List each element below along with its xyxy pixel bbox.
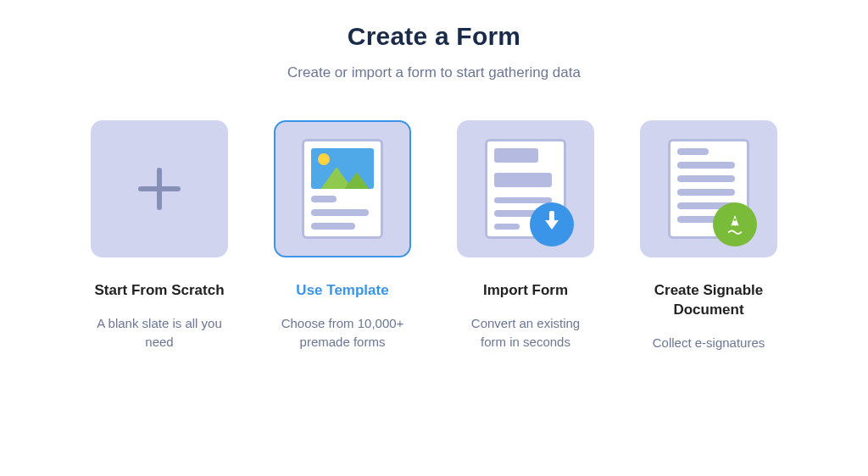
option-description: Choose from 10,000+ premade forms	[274, 314, 411, 351]
option-description: Collect e-signatures	[651, 334, 767, 352]
option-title: Start From Scratch	[94, 281, 224, 301]
option-tile-import[interactable]	[457, 120, 594, 257]
option-import-form[interactable]: Import Form Convert an existing form in …	[457, 120, 594, 352]
option-title: Create Signable Document	[640, 281, 777, 320]
option-tile-template[interactable]	[274, 120, 411, 257]
option-start-from-scratch[interactable]: Start From Scratch A blank slate is all …	[91, 120, 228, 352]
option-tile-scratch[interactable]	[91, 120, 228, 257]
download-arrow-icon	[530, 202, 574, 246]
option-description: A blank slate is all you need	[91, 314, 228, 351]
option-cards: Start From Scratch A blank slate is all …	[0, 120, 868, 352]
option-use-template[interactable]: Use Template Choose from 10,000+ premade…	[274, 120, 411, 352]
image-thumbnail-icon	[311, 148, 374, 189]
svg-point-0	[734, 219, 737, 221]
plus-icon	[138, 168, 181, 210]
option-tile-signable[interactable]	[640, 120, 777, 257]
option-title: Use Template	[296, 281, 388, 301]
import-document-icon	[485, 139, 566, 239]
signature-pen-icon	[713, 202, 757, 246]
option-description: Convert an existing form in seconds	[457, 314, 594, 351]
option-create-signable[interactable]: Create Signable Document Collect e-signa…	[640, 120, 777, 352]
option-title: Import Form	[483, 281, 568, 301]
signable-document-icon	[668, 139, 749, 239]
page-subtitle: Create or import a form to start gatheri…	[0, 64, 868, 81]
page-title: Create a Form	[0, 22, 868, 51]
template-document-icon	[302, 139, 383, 239]
